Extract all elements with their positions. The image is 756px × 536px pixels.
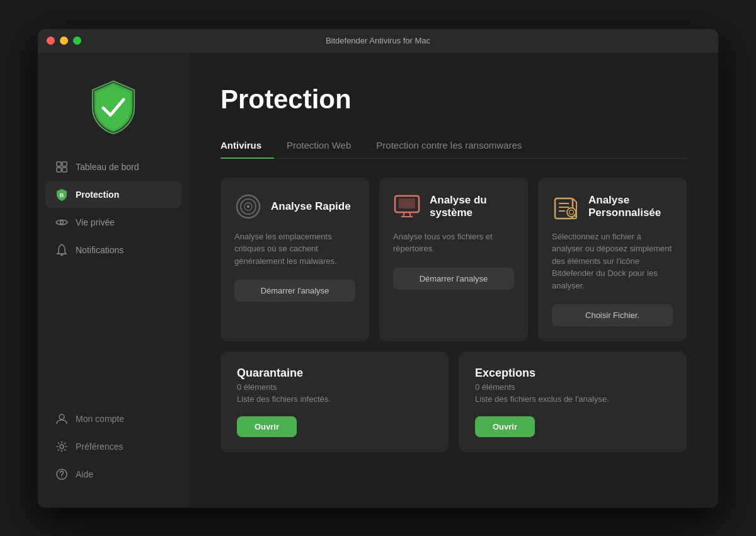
svg-point-13 (247, 205, 249, 208)
svg-text:B: B (60, 192, 64, 198)
quick-scan-desc: Analyse les emplacements critiques où se… (234, 231, 355, 268)
title-bar: Bitdefender Antivirus for Mac (38, 29, 718, 53)
svg-rect-0 (57, 162, 61, 166)
app-body: Tableau de bord B Protection (38, 53, 718, 508)
svg-rect-15 (399, 198, 415, 208)
system-scan-title: Analyse du système (430, 194, 514, 219)
svg-point-9 (61, 476, 62, 477)
close-button[interactable] (47, 37, 55, 45)
quick-scan-title: Analyse Rapide (271, 200, 351, 213)
svg-point-6 (59, 414, 64, 419)
exceptions-desc: Liste des fichiers exclus de l'analyse. (475, 394, 670, 404)
tab-antivirus[interactable]: Antivirus (220, 134, 274, 158)
system-scan-header: Analyse du système (393, 193, 514, 220)
svg-point-7 (60, 445, 64, 448)
exceptions-title: Exceptions (475, 367, 670, 380)
custom-scan-card: Analyse Personnalisée Sélectionnez un fi… (538, 178, 687, 342)
help-label: Aide (76, 469, 93, 479)
custom-scan-desc: Sélectionnez un fichier à analyser ou dé… (552, 231, 673, 292)
sidebar-item-privacy[interactable]: Vie privée (45, 209, 181, 236)
custom-scan-header: Analyse Personnalisée (552, 193, 673, 220)
shield-b-icon: B (55, 188, 68, 201)
custom-scan-button[interactable]: Choisir Fichier. (552, 304, 673, 326)
svg-point-5 (60, 220, 64, 224)
scan-circle-icon (234, 193, 262, 220)
main-content: Protection Antivirus Protection Web Prot… (189, 53, 718, 508)
eye-icon (55, 216, 68, 229)
quarantine-count: 0 éléments (237, 382, 432, 392)
exceptions-open-button[interactable]: Ouvrir (475, 416, 535, 437)
notifications-label: Notifications (76, 245, 123, 255)
system-scan-button[interactable]: Démarrer l'analyse (393, 268, 514, 290)
svg-rect-2 (57, 168, 61, 172)
custom-scan-title: Analyse Personnalisée (588, 194, 673, 219)
sidebar-item-protection[interactable]: B Protection (45, 181, 181, 208)
protection-label: Protection (76, 190, 119, 200)
page-title: Protection (220, 84, 687, 115)
quarantine-desc: Liste des fichiers infectés. (237, 394, 432, 404)
nav-items: Tableau de bord B Protection (38, 154, 189, 406)
sidebar-item-account[interactable]: Mon compte (45, 406, 181, 432)
help-icon (55, 468, 68, 481)
sidebar-item-preferences[interactable]: Préférences (45, 433, 181, 460)
system-scan-card: Analyse du système Analyse tous vos fich… (379, 178, 528, 342)
logo-area (38, 66, 189, 154)
system-scan-desc: Analyse tous vos fichiers et répertoires… (393, 231, 514, 255)
monitor-icon (393, 193, 421, 220)
sidebar-item-help[interactable]: Aide (45, 461, 181, 488)
maximize-button[interactable] (73, 37, 81, 45)
svg-line-25 (575, 215, 576, 217)
svg-rect-3 (62, 168, 67, 172)
svg-rect-1 (62, 162, 67, 166)
privacy-label: Vie privée (76, 217, 115, 227)
sidebar-item-notifications[interactable]: Notifications (45, 237, 181, 263)
bell-icon (55, 244, 68, 256)
sidebar: Tableau de bord B Protection (38, 53, 189, 508)
traffic-lights (47, 37, 81, 45)
dashboard-label: Tableau de bord (76, 162, 139, 172)
quarantine-title: Quarantaine (237, 367, 432, 380)
exceptions-count: 0 éléments (475, 382, 670, 392)
gear-icon (55, 440, 68, 453)
app-window: Bitdefender Antivirus for Mac (38, 29, 718, 508)
tab-web-protection[interactable]: Protection Web (287, 134, 364, 158)
quick-scan-header: Analyse Rapide (234, 193, 355, 220)
window-title: Bitdefender Antivirus for Mac (326, 36, 430, 45)
custom-scan-icon (552, 193, 580, 220)
tab-ransomware[interactable]: Protection contre les ransomwares (376, 134, 534, 158)
grid-icon (55, 161, 68, 173)
account-label: Mon compte (76, 414, 124, 424)
quick-scan-button[interactable]: Démarrer l'analyse (234, 280, 355, 302)
quarantine-card: Quarantaine 0 éléments Liste des fichier… (220, 351, 449, 452)
shield-logo (85, 78, 142, 135)
sidebar-item-dashboard[interactable]: Tableau de bord (45, 154, 181, 180)
bottom-nav: Mon compte Préférences (38, 406, 189, 495)
bottom-cards-row: Quarantaine 0 éléments Liste des fichier… (220, 351, 687, 452)
user-icon (55, 413, 68, 425)
minimize-button[interactable] (60, 37, 68, 45)
quick-scan-card: Analyse Rapide Analyse les emplacements … (220, 178, 369, 342)
scan-cards-row: Analyse Rapide Analyse les emplacements … (220, 178, 687, 342)
preferences-label: Préférences (76, 442, 123, 452)
quarantine-open-button[interactable]: Ouvrir (237, 416, 297, 437)
tabs: Antivirus Protection Web Protection cont… (220, 134, 687, 159)
exceptions-card: Exceptions 0 éléments Liste des fichiers… (459, 351, 687, 452)
